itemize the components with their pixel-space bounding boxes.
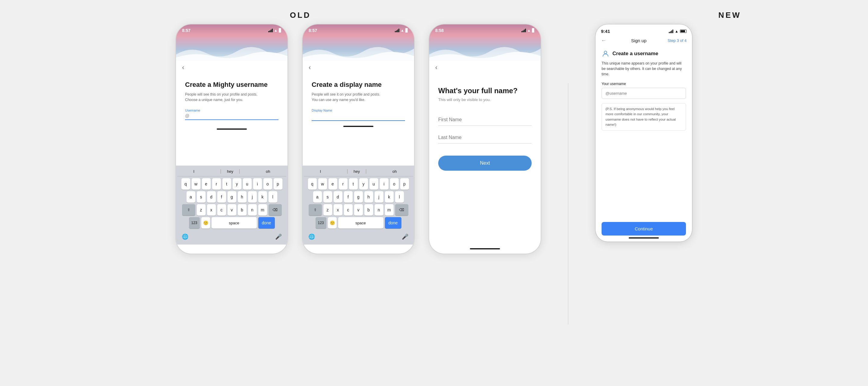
kb-123[interactable]: 123 (189, 217, 200, 229)
kb2-p[interactable]: p (400, 178, 409, 190)
kb-k[interactable]: k (258, 191, 267, 203)
phone3-icons: ▲ ▊ (521, 28, 535, 33)
kb2-m[interactable]: m (385, 204, 394, 216)
kb2-j[interactable]: j (375, 191, 383, 203)
kb2-f[interactable]: f (344, 191, 352, 203)
phone4-continue-button[interactable]: Continue (601, 222, 686, 236)
kb2-w[interactable]: w (318, 178, 327, 190)
kb-f[interactable]: f (217, 191, 226, 203)
kb-t[interactable]: t (222, 178, 231, 190)
kb2-k[interactable]: k (385, 191, 394, 203)
kb-a[interactable]: a (187, 191, 195, 203)
kb-u[interactable]: u (243, 178, 252, 190)
phone3-next-button[interactable]: Next (438, 156, 532, 171)
kb-q[interactable]: q (181, 178, 190, 190)
kb2-b[interactable]: b (364, 204, 373, 216)
kb2-emoji[interactable]: 🙂 (328, 217, 337, 229)
phone4-header: ← Sign up Step 3 of 4 (595, 36, 692, 47)
phone1-username-field[interactable]: @ (185, 113, 278, 120)
kb2-a[interactable]: a (313, 191, 322, 203)
phone2-subtitle: People will see it on your profile and p… (312, 92, 405, 102)
kb2-x[interactable]: x (334, 204, 342, 216)
phone-4-mockup: 9:41 ▲ ← Sign up Step 3 of 4 (595, 24, 692, 242)
kb2-z[interactable]: z (323, 204, 332, 216)
kb-h[interactable]: h (238, 191, 247, 203)
phone4-step-label: Step 3 of 4 (668, 38, 687, 43)
kb-j[interactable]: j (248, 191, 257, 203)
kb-v[interactable]: v (227, 204, 236, 216)
phone4-user-icon (601, 50, 610, 58)
kb2-u[interactable]: u (370, 178, 378, 190)
kb-p[interactable]: p (274, 178, 282, 190)
kb-n[interactable]: n (248, 204, 257, 216)
kb-m[interactable]: m (258, 204, 267, 216)
kb2-h[interactable]: h (364, 191, 373, 203)
phone1-row1: q w e r t y u i o p (177, 178, 286, 190)
phone3-subtitle: This will only be visible to you. (438, 97, 532, 102)
kb-shift[interactable]: ⇧ (182, 204, 195, 216)
phone2-home-indicator (343, 126, 373, 127)
phone1-wifi-icon: ▲ (274, 28, 278, 33)
kb2-l[interactable]: l (395, 191, 404, 203)
kb2-e[interactable]: e (329, 178, 337, 190)
kb-emoji[interactable]: 🙂 (201, 217, 210, 229)
phone2-wifi-icon: ▲ (401, 28, 404, 33)
kb-g[interactable]: g (227, 191, 236, 203)
phone3-home-indicator (470, 248, 500, 249)
kb2-done[interactable]: done (385, 217, 401, 229)
kb-c[interactable]: c (217, 204, 226, 216)
kb2-n[interactable]: n (375, 204, 383, 216)
phone1-back[interactable]: ‹ (176, 61, 287, 75)
phone2-row2: a s d f g h j k l (304, 191, 413, 203)
kb2-i[interactable]: i (380, 178, 389, 190)
kb2-d[interactable]: d (334, 191, 342, 203)
phone3-last-name[interactable] (438, 132, 532, 144)
kb-b[interactable]: b (238, 204, 247, 216)
kb-y[interactable]: y (233, 178, 241, 190)
phone2-globe-icon[interactable]: 🌐 (306, 231, 317, 242)
phone2-back[interactable]: ‹ (303, 61, 414, 75)
kb2-c[interactable]: c (344, 204, 352, 216)
kb-l[interactable]: l (269, 191, 277, 203)
kb-done[interactable]: done (258, 217, 275, 229)
kb-w[interactable]: w (192, 178, 200, 190)
kb-x[interactable]: x (207, 204, 216, 216)
kb2-t[interactable]: t (349, 178, 358, 190)
kb2-123[interactable]: 123 (315, 217, 327, 229)
kb-s[interactable]: s (197, 191, 206, 203)
phone-3-mockup: 8:58 ▲ ▊ ‹ What's (429, 24, 541, 254)
phone2-icons: ▲ ▊ (395, 28, 408, 33)
kb2-s[interactable]: s (323, 191, 332, 203)
phone2-title: Create a display name (312, 81, 405, 89)
kb2-r[interactable]: r (339, 178, 347, 190)
phone3-first-name[interactable] (438, 114, 532, 126)
phone4-header-title: Sign up (631, 38, 647, 43)
kb2-delete[interactable]: ⌫ (395, 204, 408, 216)
kb-d[interactable]: d (207, 191, 216, 203)
phone4-username-input[interactable] (601, 88, 686, 99)
kb-z[interactable]: z (197, 204, 206, 216)
phone1-username-input[interactable] (190, 113, 278, 118)
kb2-space[interactable]: space (338, 217, 383, 229)
kb2-v[interactable]: v (354, 204, 363, 216)
phone2-mic-icon[interactable]: 🎤 (400, 231, 410, 242)
kb-space[interactable]: space (212, 217, 257, 229)
phone3-back[interactable]: ‹ (429, 61, 541, 75)
phone1-mic-icon[interactable]: 🎤 (273, 231, 284, 242)
kb2-q[interactable]: q (308, 178, 317, 190)
kb2-y[interactable]: y (359, 178, 368, 190)
kb2-g[interactable]: g (354, 191, 363, 203)
phones-container: 8:57 ▲ ▊ ‹ (0, 22, 868, 386)
kb-i[interactable]: i (253, 178, 262, 190)
kb-o[interactable]: o (264, 178, 272, 190)
phone1-globe-icon[interactable]: 🌐 (180, 231, 190, 242)
phone1-wave (176, 42, 287, 61)
phone2-display-name-input[interactable] (312, 114, 405, 121)
phone4-back-button[interactable]: ← (601, 37, 610, 44)
kb-delete[interactable]: ⌫ (269, 204, 282, 216)
kb2-o[interactable]: o (390, 178, 399, 190)
svg-point-0 (604, 51, 607, 54)
kb-e[interactable]: e (202, 178, 211, 190)
kb-r[interactable]: r (212, 178, 221, 190)
kb2-shift[interactable]: ⇧ (309, 204, 322, 216)
